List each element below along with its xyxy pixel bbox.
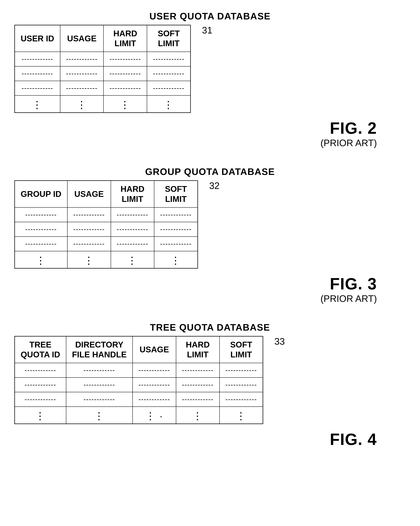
fig3-col-soft: SOFTLIMIT xyxy=(154,181,198,207)
fig4-dot: ⋮ · xyxy=(133,407,176,424)
fig4-header-row: TREEQUOTA ID DIRECTORYFILE HANDLE USAGE … xyxy=(15,336,263,363)
fig2-prior-art: (PRIOR ART) xyxy=(14,138,377,148)
fig3-cell: ------------ xyxy=(67,237,111,251)
fig3-cell: ------------ xyxy=(154,237,198,251)
fig4-table: TREEQUOTA ID DIRECTORYFILE HANDLE USAGE … xyxy=(14,336,263,424)
fig4-cell: ------------ xyxy=(133,392,176,407)
fig2-cell: ------------ xyxy=(103,66,147,81)
fig4-cell: ------------ xyxy=(15,363,66,377)
fig3-cell: ------------ xyxy=(15,222,67,237)
fig2-dot: ⋮ xyxy=(15,95,60,113)
fig3-cell: ------------ xyxy=(111,222,154,237)
fig2-col-usage: USAGE xyxy=(60,25,104,52)
figure-4: TREE QUOTA DATABASE 33 TREEQUOTA ID DIRE… xyxy=(14,322,406,449)
fig2-cell: ------------ xyxy=(60,81,104,95)
fig4-cell: ------------ xyxy=(66,377,133,392)
table-row: ------------ ------------ ------------ -… xyxy=(15,363,263,377)
fig3-dot: ⋮ xyxy=(15,251,67,268)
fig4-cell: ------------ xyxy=(66,392,133,407)
fig4-dot: ⋮ xyxy=(15,407,66,424)
fig4-dot: ⋮ xyxy=(220,407,263,424)
fig3-cell: ------------ xyxy=(154,207,198,222)
fig4-table-container: 33 TREEQUOTA ID DIRECTORYFILE HANDLE USA… xyxy=(14,336,263,424)
fig3-dot: ⋮ xyxy=(111,251,154,268)
fig4-cell: ------------ xyxy=(176,363,220,377)
table-row: ------------ ------------ ------------ -… xyxy=(15,81,191,95)
fig2-header-row: USER ID USAGE HARDLIMIT SOFTLIMIT xyxy=(15,25,191,52)
fig4-cell: ------------ xyxy=(220,392,263,407)
fig2-ref: 31 xyxy=(202,25,212,36)
fig4-col-usage: USAGE xyxy=(133,336,176,363)
fig3-fig-num: FIG. 3 xyxy=(330,275,377,293)
table-row: ------------ ------------ ------------ -… xyxy=(15,52,191,66)
table-row-dots: ⋮ ⋮ ⋮ ⋮ xyxy=(15,251,198,268)
fig3-ref: 32 xyxy=(209,180,220,191)
fig2-cell: ------------ xyxy=(15,81,60,95)
table-row-dots: ⋮ ⋮ ⋮ ⋮ xyxy=(15,95,191,113)
fig2-cell: ------------ xyxy=(147,81,190,95)
fig3-dot: ⋮ xyxy=(154,251,198,268)
fig4-cell: ------------ xyxy=(133,363,176,377)
fig4-cell: ------------ xyxy=(220,363,263,377)
fig2-cell: ------------ xyxy=(147,66,190,81)
fig2-table-container: 31 USER ID USAGE HARDLIMIT SOFTLIMIT ---… xyxy=(14,25,191,113)
fig2-col-hard: HARDLIMIT xyxy=(103,25,147,52)
table-row: ------------ ------------ ------------ -… xyxy=(15,207,198,222)
fig2-label: FIG. 2 (PRIOR ART) xyxy=(14,119,406,148)
fig4-ref: 33 xyxy=(274,336,285,347)
fig2-cell: ------------ xyxy=(60,52,104,66)
fig3-cell: ------------ xyxy=(67,207,111,222)
fig2-cell: ------------ xyxy=(15,66,60,81)
fig4-label: FIG. 4 xyxy=(14,430,406,449)
fig3-cell: ------------ xyxy=(15,207,67,222)
fig2-cell: ------------ xyxy=(15,52,60,66)
fig4-cell: ------------ xyxy=(176,377,220,392)
fig3-col-hard: HARDLIMIT xyxy=(111,181,154,207)
fig2-col-soft: SOFTLIMIT xyxy=(147,25,190,52)
fig3-label: FIG. 3 (PRIOR ART) xyxy=(14,275,406,304)
fig4-col-dirhandle: DIRECTORYFILE HANDLE xyxy=(66,336,133,363)
fig2-table: USER ID USAGE HARDLIMIT SOFTLIMIT ------… xyxy=(14,25,191,113)
table-row: ------------ ------------ ------------ -… xyxy=(15,222,198,237)
fig4-cell: ------------ xyxy=(176,392,220,407)
table-row: ------------ ------------ ------------ -… xyxy=(15,66,191,81)
fig2-cell: ------------ xyxy=(60,66,104,81)
fig4-title: TREE QUOTA DATABASE xyxy=(14,322,406,333)
fig3-cell: ------------ xyxy=(67,222,111,237)
fig2-col-userid: USER ID xyxy=(15,25,60,52)
fig2-dot: ⋮ xyxy=(103,95,147,113)
fig3-table: GROUP ID USAGE HARDLIMIT SOFTLIMIT -----… xyxy=(14,180,198,268)
fig3-dot: ⋮ xyxy=(67,251,111,268)
fig3-cell: ------------ xyxy=(111,237,154,251)
fig3-cell: ------------ xyxy=(154,222,198,237)
fig4-cell: ------------ xyxy=(133,377,176,392)
fig2-dot: ⋮ xyxy=(60,95,104,113)
fig3-title: GROUP QUOTA DATABASE xyxy=(14,166,406,177)
fig2-title: USER QUOTA DATABASE xyxy=(14,11,406,21)
fig4-cell: ------------ xyxy=(66,363,133,377)
fig4-fig-num: FIG. 4 xyxy=(330,430,377,448)
fig4-cell: ------------ xyxy=(15,392,66,407)
fig4-dot: ⋮ xyxy=(66,407,133,424)
fig4-col-treeid: TREEQUOTA ID xyxy=(15,336,66,363)
fig3-col-usage: USAGE xyxy=(67,181,111,207)
table-row-dots: ⋮ ⋮ ⋮ · ⋮ ⋮ xyxy=(15,407,263,424)
table-row: ------------ ------------ ------------ -… xyxy=(15,392,263,407)
fig3-col-groupid: GROUP ID xyxy=(15,181,67,207)
fig4-cell: ------------ xyxy=(220,377,263,392)
fig3-cell: ------------ xyxy=(111,207,154,222)
figure-2: USER QUOTA DATABASE 31 USER ID USAGE HAR… xyxy=(14,11,406,148)
figure-3: GROUP QUOTA DATABASE 32 GROUP ID USAGE H… xyxy=(14,166,406,304)
fig2-cell: ------------ xyxy=(147,52,190,66)
fig3-table-container: 32 GROUP ID USAGE HARDLIMIT SOFTLIMIT --… xyxy=(14,180,198,268)
table-row: ------------ ------------ ------------ -… xyxy=(15,237,198,251)
table-row: ------------ ------------ ------------ -… xyxy=(15,377,263,392)
fig3-header-row: GROUP ID USAGE HARDLIMIT SOFTLIMIT xyxy=(15,181,198,207)
fig3-prior-art: (PRIOR ART) xyxy=(14,293,377,304)
fig3-cell: ------------ xyxy=(15,237,67,251)
fig2-dot: ⋮ xyxy=(147,95,190,113)
fig2-fig-num: FIG. 2 xyxy=(330,119,377,137)
fig2-cell: ------------ xyxy=(103,52,147,66)
fig2-cell: ------------ xyxy=(103,81,147,95)
fig4-col-hard: HARDLIMIT xyxy=(176,336,220,363)
